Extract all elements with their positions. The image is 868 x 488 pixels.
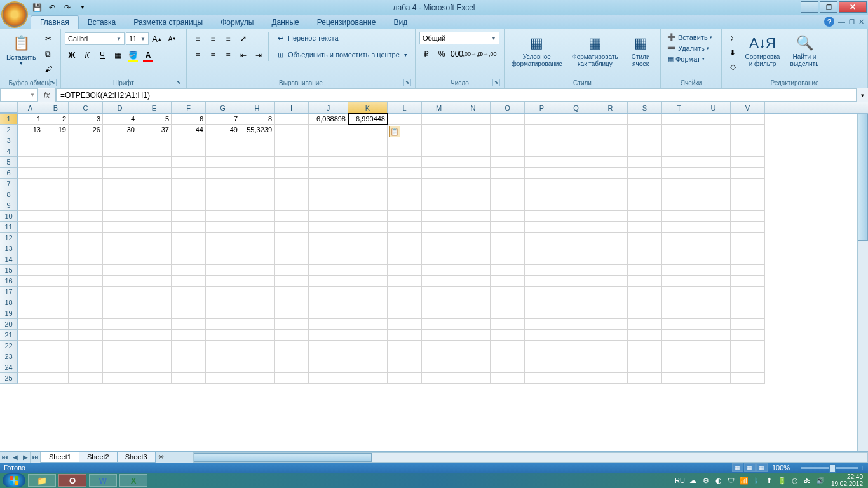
cell-A20[interactable]: [18, 319, 43, 330]
cell-styles-button[interactable]: ▦Стили ячеек: [625, 32, 656, 69]
cell-N22[interactable]: [456, 341, 491, 351]
cell-B16[interactable]: [43, 276, 69, 287]
cell-Q9[interactable]: [559, 200, 593, 211]
sheet-nav-next-icon[interactable]: ▶: [20, 452, 31, 463]
align-right-icon[interactable]: ≡: [221, 48, 235, 62]
cell-G4[interactable]: [206, 146, 240, 157]
cell-K8[interactable]: [348, 189, 388, 200]
col-header-P[interactable]: P: [525, 102, 559, 113]
view-normal-icon[interactable]: ▦: [732, 463, 743, 472]
cell-V11[interactable]: [731, 222, 765, 233]
cell-H1[interactable]: 8: [240, 114, 275, 125]
cell-V10[interactable]: [731, 211, 765, 222]
cell-K4[interactable]: [348, 146, 388, 157]
cell-S8[interactable]: [628, 189, 662, 200]
cell-A23[interactable]: [18, 351, 43, 362]
cell-A21[interactable]: [18, 330, 43, 341]
cell-M5[interactable]: [422, 157, 456, 168]
fill-icon[interactable]: ⬇: [726, 46, 740, 60]
cell-T9[interactable]: [662, 200, 696, 211]
cell-E18[interactable]: [137, 297, 172, 308]
cell-M18[interactable]: [422, 297, 456, 308]
cell-R18[interactable]: [593, 297, 628, 308]
cell-E13[interactable]: [137, 243, 172, 254]
cell-M16[interactable]: [422, 276, 456, 287]
cell-R10[interactable]: [593, 211, 628, 222]
cell-J23[interactable]: [309, 351, 348, 362]
row-header-25[interactable]: 25: [0, 373, 18, 384]
cell-V19[interactable]: [731, 308, 765, 319]
cell-K15[interactable]: [348, 265, 388, 276]
cell-S4[interactable]: [628, 146, 662, 157]
cell-P18[interactable]: [525, 297, 559, 308]
cell-G15[interactable]: [206, 265, 240, 276]
cell-E21[interactable]: [137, 330, 172, 341]
cell-P25[interactable]: [525, 373, 559, 384]
cell-I12[interactable]: [275, 233, 309, 243]
cell-C6[interactable]: [69, 168, 103, 179]
cell-P13[interactable]: [525, 243, 559, 254]
fx-button[interactable]: fx: [38, 88, 56, 102]
cell-N12[interactable]: [456, 233, 491, 243]
cell-O6[interactable]: [491, 168, 525, 179]
cell-R8[interactable]: [593, 189, 628, 200]
cell-I21[interactable]: [275, 330, 309, 341]
row-header-12[interactable]: 12: [0, 233, 18, 243]
align-top-icon[interactable]: ≡: [191, 32, 205, 46]
cell-O10[interactable]: [491, 211, 525, 222]
cell-T15[interactable]: [662, 265, 696, 276]
cell-J1[interactable]: 6,038898: [309, 114, 348, 125]
cell-O15[interactable]: [491, 265, 525, 276]
cell-M22[interactable]: [422, 341, 456, 351]
cell-A10[interactable]: [18, 211, 43, 222]
cell-G10[interactable]: [206, 211, 240, 222]
taskbar-explorer[interactable]: 📁: [28, 474, 56, 487]
cell-U3[interactable]: [696, 135, 731, 146]
col-header-A[interactable]: A: [18, 102, 43, 113]
cell-C3[interactable]: [69, 135, 103, 146]
cell-C19[interactable]: [69, 308, 103, 319]
cell-I14[interactable]: [275, 254, 309, 265]
cell-B25[interactable]: [43, 373, 69, 384]
cell-U12[interactable]: [696, 233, 731, 243]
tray-icon-3[interactable]: ◐: [714, 476, 723, 485]
start-button[interactable]: [3, 473, 25, 487]
cell-O11[interactable]: [491, 222, 525, 233]
cell-K11[interactable]: [348, 222, 388, 233]
cell-M14[interactable]: [422, 254, 456, 265]
cell-Q13[interactable]: [559, 243, 593, 254]
doc-restore-icon[interactable]: ❐: [849, 18, 855, 25]
cell-E5[interactable]: [137, 157, 172, 168]
paste-button[interactable]: 📋 Вставить ▼: [4, 32, 39, 67]
cell-R7[interactable]: [593, 179, 628, 189]
cell-C11[interactable]: [69, 222, 103, 233]
cell-U4[interactable]: [696, 146, 731, 157]
cell-P2[interactable]: [525, 125, 559, 135]
cell-N9[interactable]: [456, 200, 491, 211]
cell-J14[interactable]: [309, 254, 348, 265]
tab-view[interactable]: Вид: [384, 16, 416, 29]
cell-K10[interactable]: [348, 211, 388, 222]
cell-K22[interactable]: [348, 341, 388, 351]
cell-M2[interactable]: [422, 125, 456, 135]
cell-U17[interactable]: [696, 287, 731, 297]
cell-E2[interactable]: 37: [137, 125, 172, 135]
cell-Q12[interactable]: [559, 233, 593, 243]
cell-E20[interactable]: [137, 319, 172, 330]
cell-D13[interactable]: [103, 243, 137, 254]
cell-Q16[interactable]: [559, 276, 593, 287]
cell-O1[interactable]: [491, 114, 525, 125]
cell-H21[interactable]: [240, 330, 275, 341]
cell-V7[interactable]: [731, 179, 765, 189]
cell-L10[interactable]: [388, 211, 422, 222]
cell-D1[interactable]: 4: [103, 114, 137, 125]
cell-R9[interactable]: [593, 200, 628, 211]
cell-F9[interactable]: [172, 200, 206, 211]
cell-N8[interactable]: [456, 189, 491, 200]
cell-L7[interactable]: [388, 179, 422, 189]
cell-A25[interactable]: [18, 373, 43, 384]
cell-N17[interactable]: [456, 287, 491, 297]
cell-R23[interactable]: [593, 351, 628, 362]
cell-G13[interactable]: [206, 243, 240, 254]
cell-J17[interactable]: [309, 287, 348, 297]
